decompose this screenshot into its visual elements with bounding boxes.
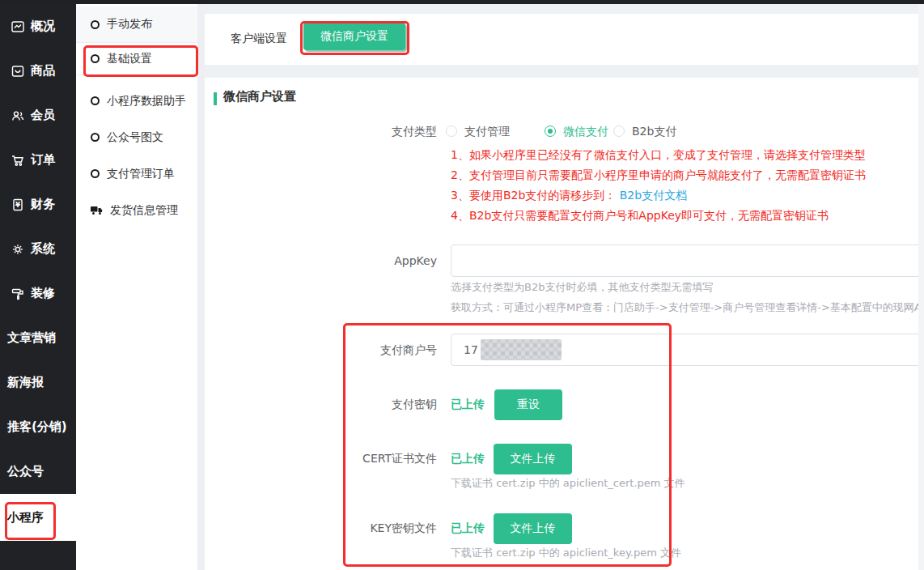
truck-icon bbox=[91, 206, 103, 215]
appkey-input[interactable] bbox=[451, 245, 923, 276]
cert-upload-button[interactable]: 文件上传 bbox=[494, 444, 572, 474]
sidebar-item-label: 商品 bbox=[31, 63, 55, 79]
key-upload-button[interactable]: 文件上传 bbox=[494, 513, 572, 544]
sidebar-item-label: 文章营销 bbox=[7, 330, 56, 346]
radio-b2b-pay[interactable] bbox=[613, 125, 625, 137]
submenu-item-label: 手动发布 bbox=[107, 17, 152, 32]
sidebar-item-members[interactable]: 会员 bbox=[0, 93, 76, 138]
circle-icon bbox=[91, 20, 100, 29]
tab-client-settings[interactable]: 客户端设置 bbox=[231, 32, 287, 46]
appkey-input-box bbox=[451, 245, 924, 277]
submenu-item-label: 公众号图文 bbox=[107, 130, 163, 145]
sidebar-item-label: 装修 bbox=[31, 286, 55, 301]
pay-secret-label: 支付密钥 bbox=[205, 398, 437, 412]
top-black-bar bbox=[0, 0, 924, 4]
pay-secret-status-badge: 已上传 bbox=[451, 398, 485, 412]
sidebar-item-goods[interactable]: 商品 bbox=[0, 49, 76, 93]
appkey-label: AppKey bbox=[205, 254, 437, 267]
orders-icon bbox=[11, 153, 25, 168]
radio-pay-manage[interactable] bbox=[446, 125, 457, 137]
submenu-panel: 手动发布 基础设置 小程序数据助手 公众号图文 支付管理订单 发货信息管理 bbox=[76, 4, 197, 570]
sidebar-item-label: 会员 bbox=[31, 108, 55, 123]
sidebar-item-new-poster[interactable]: 新海报 bbox=[0, 360, 76, 405]
submenu-item-label: 基础设置 bbox=[107, 52, 152, 66]
sidebar-item-label: 财务 bbox=[31, 197, 55, 212]
decorate-icon bbox=[11, 287, 25, 301]
svg-text:¥: ¥ bbox=[15, 201, 20, 209]
submenu-item-basic-settings[interactable]: 基础设置 bbox=[76, 43, 197, 75]
submenu-item-manual-publish[interactable]: 手动发布 bbox=[76, 6, 197, 43]
censored-mosaic bbox=[481, 339, 562, 360]
sidebar-item-label: 订单 bbox=[31, 152, 55, 168]
submenu-item-miniprogram-data-assistant[interactable]: 小程序数据助手 bbox=[76, 83, 197, 119]
submenu-item-label: 小程序数据助手 bbox=[107, 94, 186, 108]
b2b-doc-link[interactable]: B2b支付文档 bbox=[620, 189, 687, 202]
sidebar-item-finance[interactable]: ¥ 财务 bbox=[0, 182, 76, 227]
circle-icon bbox=[91, 169, 100, 178]
merchant-no-input[interactable]: 17 bbox=[451, 334, 924, 366]
finance-icon: ¥ bbox=[11, 198, 25, 212]
sidebar-item-orders[interactable]: 订单 bbox=[0, 138, 76, 182]
cert-file-help: 下载证书 cert.zip 中的 apiclient_cert.pem 文件 bbox=[451, 476, 685, 491]
sidebar-item-official-account[interactable]: 公众号 bbox=[0, 449, 76, 494]
merchant-no-value: 17 bbox=[451, 343, 478, 356]
sidebar-item-label: 新海报 bbox=[7, 375, 44, 390]
appkey-help-2: 获取方式：可通过小程序MP查看：门店助手->支付管理->商户号管理查看详情->基… bbox=[451, 300, 924, 315]
sidebar-item-promoter[interactable]: 推客(分销) bbox=[0, 405, 76, 449]
sidebar-item-label: 推客(分销) bbox=[7, 419, 67, 435]
system-icon bbox=[11, 242, 25, 257]
sidebar-item-mini-program[interactable]: 小程序 bbox=[0, 494, 76, 541]
section-title: 微信商户设置 bbox=[223, 89, 296, 104]
cert-file-status-badge: 已上传 bbox=[451, 452, 485, 466]
note-line-2: 2、支付管理目前只需要配置小程序里申请的商户号就能支付了，无需配置密钥证书 bbox=[451, 168, 866, 183]
sidebar-item-label: 小程序 bbox=[7, 510, 44, 525]
key-file-label: KEY密钥文件 bbox=[205, 521, 437, 536]
tab-wechat-merchant-settings[interactable]: 微信商户设置 bbox=[303, 23, 405, 50]
sidebar-item-decorate[interactable]: 装修 bbox=[0, 271, 76, 316]
app-window: 概况 商品 会员 订单 ¥ 财务 系统 装修 文章营销 新海报 bbox=[0, 0, 924, 570]
tabs-panel: 客户端设置 微信商户设置 bbox=[205, 14, 924, 65]
merchant-no-label: 支付商户号 bbox=[205, 343, 437, 358]
key-file-status-badge: 已上传 bbox=[451, 521, 485, 536]
note-line-4: 4、B2b支付只需要配置支付商户号和AppKey即可支付，无需配置密钥证书 bbox=[451, 209, 829, 223]
submenu-item-label: 支付管理订单 bbox=[107, 167, 175, 181]
submenu-scrollbar[interactable] bbox=[197, 4, 205, 570]
overview-icon bbox=[11, 19, 25, 34]
circle-icon bbox=[91, 54, 100, 63]
section-accent-bar bbox=[214, 92, 217, 105]
reset-button[interactable]: 重设 bbox=[494, 389, 562, 420]
pay-type-label: 支付类型 bbox=[205, 125, 437, 139]
sidebar-item-label: 概况 bbox=[31, 19, 55, 34]
sidebar-item-label: 公众号 bbox=[7, 464, 44, 479]
sidebar-item-article-marketing[interactable]: 文章营销 bbox=[0, 316, 76, 360]
content-panel: 微信商户设置 支付类型 支付管理 微信支付 B2b支付 1、如果小程序里已经没有… bbox=[205, 78, 924, 570]
radio-wechat-pay-label[interactable]: 微信支付 bbox=[563, 125, 608, 139]
radio-pay-manage-label[interactable]: 支付管理 bbox=[464, 125, 510, 139]
submenu-item-official-account-articles[interactable]: 公众号图文 bbox=[76, 119, 197, 155]
key-file-help: 下载证书 cert.zip 中的 apiclient_key.pem 文件 bbox=[451, 546, 681, 560]
note-line-1: 1、如果小程序里已经没有了微信支付入口，变成了支付管理，请选择支付管理类型 bbox=[451, 148, 866, 163]
submenu-item-label: 发货信息管理 bbox=[110, 203, 178, 218]
main-sidebar: 概况 商品 会员 订单 ¥ 财务 系统 装修 文章营销 新海报 bbox=[0, 0, 76, 570]
sidebar-item-label: 系统 bbox=[31, 241, 55, 257]
note-line-3: 3、要使用B2b支付的请移步到： B2b支付文档 bbox=[451, 189, 687, 203]
radio-b2b-pay-label[interactable]: B2b支付 bbox=[632, 125, 676, 139]
circle-icon bbox=[91, 133, 100, 142]
circle-icon bbox=[91, 96, 100, 105]
cert-file-label: CERT证书文件 bbox=[205, 452, 437, 466]
appkey-help-1: 选择支付类型为B2b支付时必填，其他支付类型无需填写 bbox=[451, 280, 713, 295]
members-icon bbox=[11, 108, 25, 123]
sidebar-item-system[interactable]: 系统 bbox=[0, 227, 76, 271]
page-scrollbar[interactable] bbox=[918, 4, 924, 570]
goods-icon bbox=[11, 64, 25, 79]
radio-wechat-pay[interactable] bbox=[545, 125, 556, 137]
submenu-item-payment-manage-orders[interactable]: 支付管理订单 bbox=[76, 155, 197, 192]
sidebar-item-overview[interactable]: 概况 bbox=[0, 4, 76, 49]
submenu-item-shipping-info-manage[interactable]: 发货信息管理 bbox=[76, 192, 197, 228]
